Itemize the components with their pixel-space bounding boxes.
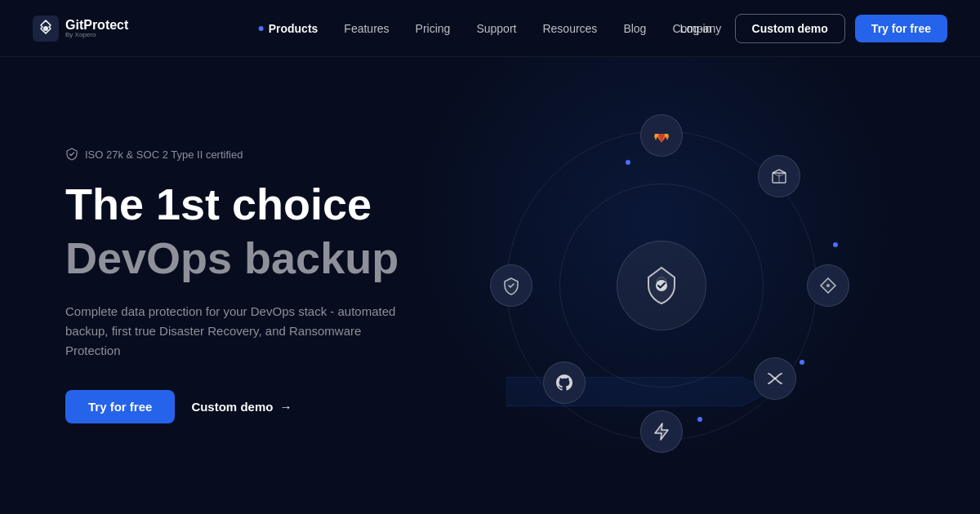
nav-label-blog: Blog [623,22,646,35]
lightning-icon [652,422,671,441]
hero-cta: Try for free Custom demo → [65,390,408,423]
nav-label-products: Products [269,22,318,35]
nav-label-pricing: Pricing [416,22,451,35]
logo-sub: By Xopero [65,32,128,38]
nav-active-dot [259,26,264,31]
logo-text: GitProtect By Xopero [65,18,128,39]
orbit-dot-3 [626,160,630,165]
try-for-free-button[interactable]: Try for free [65,390,175,423]
logo-name: GitProtect [65,18,128,33]
github-icon [555,373,574,392]
nav-label-company: Company [672,22,721,35]
nav-item-blog[interactable]: Blog [612,16,657,42]
custom-demo-hero-button[interactable]: Custom demo → [191,400,292,414]
hero-graphic [408,90,915,481]
gitprotect-center-icon [637,261,686,310]
lightning-icon-node [640,410,683,453]
nav-label-support: Support [476,22,516,35]
orbit-dot-2 [800,360,804,365]
orbit-dot-1 [833,242,838,247]
logo[interactable]: GitProtect By Xopero [33,16,128,42]
nav-item-company[interactable]: Company [661,16,733,42]
hero-title-line2: DevOps backup [65,234,408,282]
logo-icon [33,16,59,42]
nav-item-features[interactable]: Features [332,16,400,42]
nav-item-pricing[interactable]: Pricing [404,16,462,42]
nav-left: GitProtect By Xopero [33,16,128,42]
github-icon-node [543,361,586,404]
arrow-icon: → [279,400,292,414]
center-logo [617,241,706,330]
custom-demo-label: Custom demo [191,400,273,414]
x-icon [765,369,785,388]
hero-description: Complete data protection for your DevOps… [65,302,408,361]
nav-item-support[interactable]: Support [465,16,528,42]
hero-section: ISO 27k & SOC 2 Type II certified The 1s… [0,57,980,514]
nav-label-features: Features [344,22,389,35]
nav-item-products[interactable]: Products [247,16,330,42]
custom-demo-button[interactable]: Custom demo [735,14,845,43]
svg-point-1 [43,26,48,31]
cert-text: ISO 27k & SOC 2 Type II certified [85,148,243,161]
shield-cert-icon [65,148,78,161]
nav-center: Products Features Pricing Support Resour… [247,16,733,42]
navbar: GitProtect By Xopero Products Features P… [0,0,980,57]
box-icon [769,166,789,186]
hero-content: ISO 27k & SOC 2 Type II certified The 1s… [65,148,408,423]
gitlab-icon-node [640,114,683,157]
cert-badge: ISO 27k & SOC 2 Type II certified [65,148,408,161]
diamond-icon [818,276,838,295]
svg-point-4 [826,284,830,287]
hero-title-line1: The 1st choice [65,180,408,228]
try-for-free-nav-button[interactable]: Try for free [855,15,947,42]
diamond-icon-node [807,264,849,307]
shield-icon-node [490,264,532,307]
gitlab-icon [652,126,671,145]
xcode-icon-node [754,357,796,400]
nav-item-resources[interactable]: Resources [531,16,608,42]
jira-icon-node [758,155,800,197]
shield-icon [501,276,521,295]
orbit-diagram [482,106,841,465]
nav-label-resources: Resources [542,22,597,35]
